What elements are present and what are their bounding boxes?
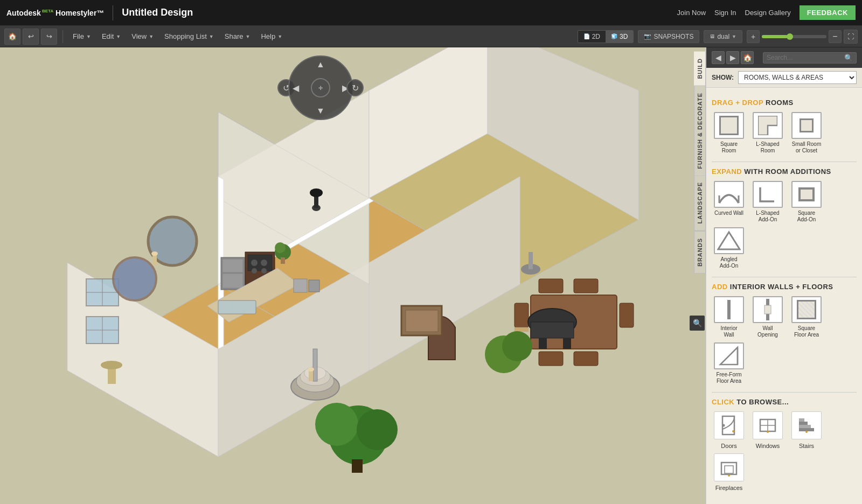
nav-left-button[interactable]: ◀ bbox=[293, 83, 299, 93]
angled-addon-label: AngledAdd-On bbox=[720, 256, 738, 269]
zoom-out-button[interactable]: − bbox=[829, 30, 842, 43]
small-room-shape bbox=[800, 118, 814, 132]
edit-menu-arrow: ▼ bbox=[116, 34, 121, 39]
windows-icon bbox=[753, 411, 783, 439]
angled-addon-tile[interactable]: AngledAdd-On bbox=[712, 227, 746, 269]
nav-down-button[interactable]: ▼ bbox=[316, 106, 325, 116]
svg-marker-81 bbox=[720, 347, 738, 365]
square-addon-tile[interactable]: SquareAdd-On bbox=[789, 181, 824, 223]
share-menu[interactable]: Share ▼ bbox=[220, 30, 255, 43]
show-select[interactable]: ROOMS, WALLS & AREAS FLOOR PLAN ALL bbox=[738, 71, 857, 84]
l-shaped-addon-label: L-ShapedAdd-On bbox=[756, 210, 779, 223]
zoom-slider[interactable] bbox=[762, 35, 826, 38]
zoom-in-button[interactable]: + bbox=[747, 30, 760, 43]
curved-wall-icon bbox=[714, 181, 744, 208]
nav-up-button[interactable]: ▲ bbox=[316, 60, 325, 69]
rotate-right-button[interactable]: ↻ bbox=[346, 79, 364, 96]
svg-rect-45 bbox=[515, 327, 529, 332]
build-tab[interactable]: BUILD bbox=[694, 52, 706, 86]
fullscreen-button[interactable]: ⛶ bbox=[844, 30, 858, 44]
svg-point-57 bbox=[357, 409, 398, 450]
design-title: Untitled Design bbox=[122, 7, 193, 18]
svg-point-21 bbox=[113, 257, 156, 300]
l-shaped-addon-tile[interactable]: L-ShapedAdd-On bbox=[750, 181, 785, 223]
small-room-tile[interactable]: Small Roomor Closet bbox=[789, 112, 824, 154]
join-now-link[interactable]: Join Now bbox=[677, 9, 706, 17]
stairs-browse-tile[interactable]: Stairs bbox=[789, 411, 824, 449]
help-menu[interactable]: Help ▼ bbox=[256, 30, 287, 43]
undo-button[interactable]: ↩ bbox=[23, 29, 39, 45]
panel-search-submit[interactable]: 🔍 bbox=[844, 54, 853, 62]
square-addon-icon bbox=[791, 181, 822, 208]
freeform-floor-tile[interactable]: Free-FormFloor Area bbox=[712, 342, 746, 384]
file-menu-arrow: ▼ bbox=[86, 34, 91, 39]
landscape-tab[interactable]: LANDSCAPE bbox=[694, 176, 706, 230]
file-menu[interactable]: File ▼ bbox=[68, 30, 95, 43]
svg-point-65 bbox=[310, 188, 323, 197]
square-floor-tile[interactable]: SquareFloor Area bbox=[789, 296, 824, 338]
svg-rect-44 bbox=[515, 303, 529, 327]
snapshots-button[interactable]: 📷 SNAPSHOTS bbox=[638, 30, 699, 43]
svg-point-36 bbox=[275, 242, 286, 253]
show-label: SHOW: bbox=[712, 74, 734, 81]
zoom-slider-fill bbox=[762, 35, 788, 38]
svg-marker-74 bbox=[758, 116, 777, 135]
curved-wall-svg bbox=[717, 185, 741, 204]
curved-wall-tile[interactable]: Curved Wall bbox=[712, 181, 746, 223]
3d-view-btn[interactable]: 🧊 3D bbox=[606, 31, 633, 43]
zoom-area: + − ⛶ bbox=[747, 30, 858, 44]
shopping-list-menu[interactable]: Shopping List ▼ bbox=[160, 30, 218, 43]
dual-button[interactable]: 🖥 dual ▼ bbox=[704, 30, 742, 43]
svg-rect-48 bbox=[574, 279, 598, 293]
panel-tabs: BUILD FURNISH & DECORATE LANDSCAPE BRAND… bbox=[694, 52, 706, 274]
feedback-button[interactable]: FEEDBACK bbox=[800, 5, 856, 20]
svg-rect-80 bbox=[764, 305, 771, 314]
svg-rect-23 bbox=[223, 259, 243, 272]
expand-rooms-header: EXPAND WITH ROOM ADDITIONS bbox=[712, 167, 857, 176]
sign-in-link[interactable]: Sign In bbox=[714, 9, 736, 17]
redo-button[interactable]: ↪ bbox=[41, 29, 57, 45]
stairs-icon bbox=[791, 411, 822, 439]
main-area: ↺ ▲ ▼ ◀ ▶ ✛ ↻ bbox=[0, 47, 862, 504]
furnish-decorate-tab[interactable]: FURNISH & DECORATE bbox=[694, 86, 706, 176]
freeform-floor-label: Free-FormFloor Area bbox=[716, 372, 741, 384]
svg-point-27 bbox=[251, 260, 258, 266]
fireplaces-browse-tile[interactable]: Fireplaces bbox=[712, 453, 746, 491]
windows-browse-tile[interactable]: Windows bbox=[750, 411, 785, 449]
home-button[interactable]: 🏠 bbox=[4, 29, 20, 45]
design-canvas[interactable]: ↺ ▲ ▼ ◀ ▶ ✛ ↻ bbox=[0, 47, 706, 504]
square-floor-icon-box bbox=[791, 296, 822, 323]
svg-rect-96 bbox=[725, 466, 733, 473]
divider-3 bbox=[712, 392, 857, 393]
logo-area: Autodesk BETA Homestyler™ bbox=[6, 9, 104, 17]
svg-point-28 bbox=[261, 260, 267, 266]
wall-opening-label: WallOpening bbox=[757, 325, 778, 338]
l-shaped-room-tile[interactable]: L-ShapedRoom bbox=[750, 112, 785, 154]
edit-menu[interactable]: Edit ▼ bbox=[98, 30, 125, 43]
l-shaped-room-icon bbox=[753, 112, 783, 139]
panel-forward-button[interactable]: ▶ bbox=[726, 51, 739, 64]
panel-search-icon[interactable]: 🔍 bbox=[690, 316, 705, 331]
interior-wall-tile[interactable]: InteriorWall bbox=[712, 296, 746, 338]
wall-opening-tile[interactable]: WallOpening bbox=[750, 296, 785, 338]
panel-header: ◀ ▶ 🏠 🔍 bbox=[706, 47, 862, 68]
share-menu-arrow: ▼ bbox=[245, 34, 250, 39]
l-addon-svg bbox=[758, 185, 777, 204]
2d-view-btn[interactable]: 📄 2D bbox=[578, 31, 606, 43]
design-gallery-link[interactable]: Design Gallery bbox=[745, 9, 791, 17]
zoom-slider-thumb bbox=[787, 33, 793, 40]
topbar-right: Join Now Sign In Design Gallery FEEDBACK bbox=[677, 5, 856, 20]
doors-browse-tile[interactable]: Doors bbox=[712, 411, 746, 449]
nav-center-button[interactable]: ✛ bbox=[311, 78, 330, 97]
brands-tab[interactable]: BRANDS bbox=[694, 231, 706, 274]
square-room-tile[interactable]: SquareRoom bbox=[712, 112, 746, 154]
panel-home-button[interactable]: 🏠 bbox=[741, 51, 754, 64]
panel-search-input[interactable] bbox=[767, 54, 842, 61]
freeform-floor-svg bbox=[718, 345, 740, 367]
view-menu[interactable]: View ▼ bbox=[127, 30, 158, 43]
right-panel: ◀ ▶ 🏠 🔍 SHOW: ROOMS, WALLS & AREAS FLOOR… bbox=[706, 47, 862, 504]
svg-rect-91 bbox=[799, 425, 811, 428]
fireplaces-label: Fireplaces bbox=[715, 485, 743, 491]
panel-back-button[interactable]: ◀ bbox=[712, 51, 725, 64]
nav-ring: ▲ ▼ ◀ ▶ ✛ bbox=[288, 55, 353, 120]
